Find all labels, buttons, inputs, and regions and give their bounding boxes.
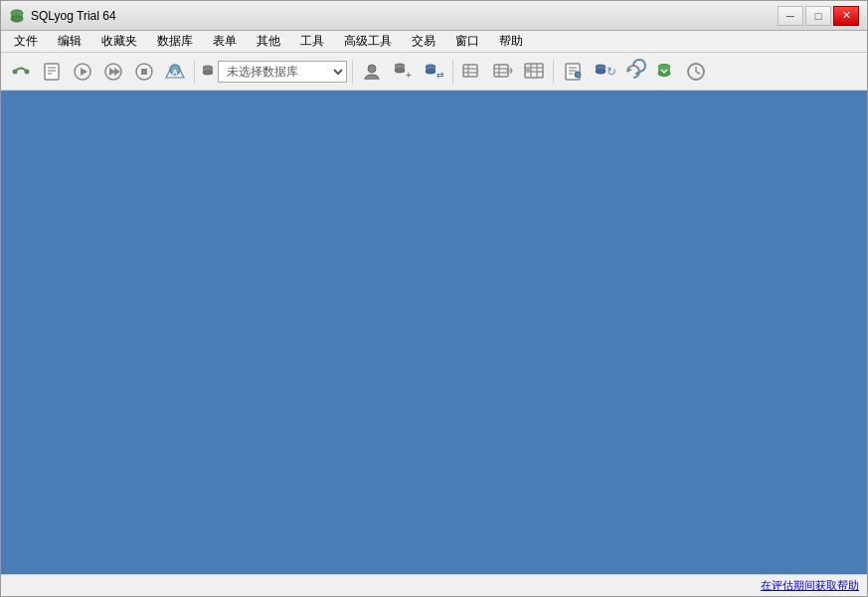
menu-other[interactable]: 其他: [248, 30, 289, 53]
title-bar-controls: ─ □ ✕: [778, 6, 859, 26]
title-bar-left: SQLyog Trial 64: [9, 8, 116, 24]
refresh-button[interactable]: [620, 58, 648, 86]
main-window: SQLyog Trial 64 ─ □ ✕ 文件 编辑 收藏夹 数据库 表单 其…: [0, 0, 868, 597]
svg-rect-5: [45, 64, 59, 80]
execute-icon: [73, 62, 92, 82]
table-data-icon: [523, 62, 545, 82]
db-copy-button[interactable]: +: [389, 58, 417, 86]
svg-point-51: [596, 70, 606, 74]
clock-icon: [686, 62, 706, 82]
toolbar: A 未选择数据库: [1, 53, 867, 91]
svg-point-3: [13, 69, 18, 74]
connect-button[interactable]: [7, 58, 35, 86]
import-table-icon: [461, 62, 483, 82]
history-button[interactable]: [559, 58, 587, 86]
app-icon: [9, 8, 25, 24]
menu-help[interactable]: 帮助: [490, 30, 532, 53]
db-copy-icon: +: [392, 62, 414, 82]
svg-text:⇄: ⇄: [436, 70, 444, 80]
stop-button[interactable]: [130, 58, 158, 86]
import-table-button[interactable]: [458, 58, 486, 86]
user-icon: [362, 62, 382, 82]
execute-all-icon: [103, 62, 123, 82]
db-sync-button[interactable]: ⇄: [420, 58, 447, 86]
svg-marker-53: [627, 68, 632, 73]
menu-file[interactable]: 文件: [5, 30, 47, 53]
title-bar: SQLyog Trial 64 ─ □ ✕: [1, 1, 867, 31]
db-small-icon: [200, 64, 216, 80]
new-query-button[interactable]: [38, 58, 66, 86]
toolbar-sep-3: [452, 60, 453, 84]
export-table-icon: [492, 62, 514, 82]
menu-tools[interactable]: 工具: [291, 30, 333, 53]
svg-text:+: +: [406, 70, 412, 81]
menu-edit[interactable]: 编辑: [49, 30, 90, 53]
execute-all-button[interactable]: [99, 58, 127, 86]
menu-bar: 文件 编辑 收藏夹 数据库 表单 其他 工具 高级工具 交易 窗口 帮助: [1, 31, 867, 53]
svg-marker-13: [114, 68, 120, 76]
db-selector: 未选择数据库: [200, 61, 347, 83]
user-manager-button[interactable]: [358, 58, 386, 86]
new-query-icon: [42, 62, 62, 82]
maximize-button[interactable]: □: [805, 6, 831, 26]
toolbar-sep-2: [352, 60, 353, 84]
svg-text:A: A: [172, 68, 178, 77]
status-bar: 在评估期间获取帮助: [1, 574, 867, 596]
execute-button[interactable]: [69, 58, 96, 86]
db-diff-icon: ↻: [593, 62, 614, 82]
minimize-button[interactable]: ─: [778, 6, 803, 26]
menu-favorites[interactable]: 收藏夹: [92, 30, 146, 53]
connect-icon: [11, 62, 31, 82]
svg-rect-34: [494, 65, 508, 77]
menu-database[interactable]: 数据库: [148, 30, 202, 53]
menu-table[interactable]: 表单: [204, 30, 246, 53]
db-diff-button[interactable]: ↻: [590, 58, 617, 86]
svg-point-24: [395, 69, 405, 73]
svg-point-20: [203, 71, 213, 75]
status-link[interactable]: 在评估期间获取帮助: [761, 578, 859, 593]
schema-button[interactable]: A: [161, 58, 189, 86]
main-content-area: [1, 91, 867, 574]
refresh-icon: [623, 62, 645, 82]
menu-window[interactable]: 窗口: [446, 30, 488, 53]
svg-rect-43: [526, 69, 530, 71]
svg-point-48: [575, 72, 581, 78]
toolbar-sep-1: [194, 60, 195, 84]
svg-text:↻: ↻: [607, 65, 616, 79]
svg-line-60: [696, 72, 700, 74]
svg-marker-54: [634, 71, 639, 76]
stop-icon: [134, 62, 154, 82]
db-sync-icon: ⇄: [423, 62, 444, 82]
menu-transaction[interactable]: 交易: [403, 30, 444, 53]
svg-rect-30: [463, 65, 477, 77]
menu-advanced[interactable]: 高级工具: [335, 30, 401, 53]
svg-point-4: [25, 69, 30, 74]
svg-marker-10: [81, 68, 87, 76]
svg-point-28: [426, 70, 435, 74]
svg-point-2: [11, 16, 23, 22]
database-selector[interactable]: 未选择数据库: [218, 61, 347, 83]
svg-rect-15: [141, 69, 147, 75]
title-text: SQLyog Trial 64: [31, 9, 116, 23]
history-icon: [563, 62, 583, 82]
scheduled-button[interactable]: [682, 58, 710, 86]
close-button[interactable]: ✕: [833, 6, 859, 26]
export-table-button[interactable]: [489, 58, 517, 86]
toolbar-sep-4: [553, 60, 554, 84]
backup-button[interactable]: [651, 58, 679, 86]
table-data-button[interactable]: [520, 58, 548, 86]
backup-icon: [654, 62, 676, 82]
svg-point-21: [368, 65, 376, 73]
schema-icon: A: [164, 62, 186, 82]
